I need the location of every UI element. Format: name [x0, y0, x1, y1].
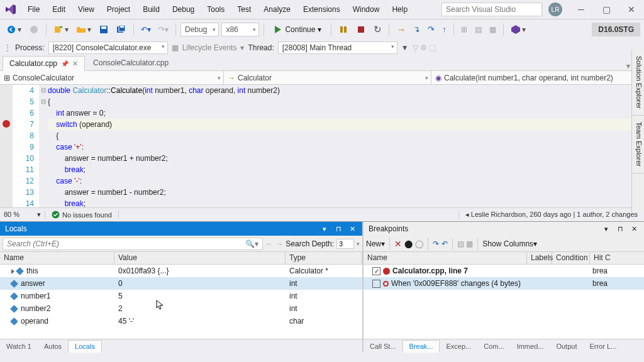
locals-title[interactable]: Locals ▾ ⊓ ✕	[0, 222, 362, 236]
pin-icon[interactable]: ⊓	[333, 225, 343, 233]
menu-debug[interactable]: Debug	[166, 1, 201, 18]
dropdown-icon[interactable]: ▾	[319, 225, 330, 233]
toolbar-btn-c[interactable]: ▦	[487, 24, 499, 35]
save-icon[interactable]	[96, 23, 111, 36]
menu-window[interactable]: Window	[347, 1, 386, 18]
breakpoint-row[interactable]: ✓Calculator.cpp, line 7brea	[364, 265, 644, 277]
bottom-tab[interactable]: Locals	[68, 340, 102, 353]
bp-nav-b[interactable]: ↶	[441, 239, 448, 248]
step-out-icon[interactable]: ↑	[440, 23, 449, 35]
delete-bp-icon[interactable]: ✕	[394, 239, 402, 249]
save-all-icon[interactable]	[114, 23, 129, 36]
config-combo[interactable]: Debug	[180, 23, 219, 36]
toolbar-btn-a[interactable]: ⊞	[458, 24, 470, 35]
menu-test[interactable]: Test	[231, 1, 257, 18]
code-editor[interactable]: 4567891011121314 ⊟⊟ double Calculator::C…	[0, 85, 644, 207]
menu-project[interactable]: Project	[101, 1, 136, 18]
bottom-tab[interactable]: Output	[550, 341, 583, 352]
menu-file[interactable]: File	[21, 1, 46, 18]
live-share-icon[interactable]: ▾	[508, 23, 528, 36]
locals-row[interactable]: this0x010ffa93 {...}Calculator *	[0, 265, 362, 277]
menu-extensions[interactable]: Extensions	[297, 1, 347, 18]
step-into-icon[interactable]: ↴	[411, 23, 423, 35]
nav-next-icon[interactable]: →	[275, 239, 283, 248]
redo-icon[interactable]: ↷▾	[156, 24, 171, 35]
bottom-tab[interactable]: Break...	[402, 340, 440, 353]
undo-icon[interactable]: ↶▾	[138, 24, 153, 35]
nav-fwd-icon[interactable]	[26, 23, 42, 36]
break-all-icon[interactable]	[336, 23, 351, 36]
menu-edit[interactable]: Edit	[46, 1, 72, 18]
new-item-icon[interactable]: ✦▾	[51, 23, 71, 36]
lifecycle-label[interactable]: Lifecycle Events	[182, 43, 237, 52]
vs-logo-icon	[0, 3, 21, 16]
new-breakpoint[interactable]: New▾	[366, 239, 385, 248]
depth-input[interactable]	[336, 239, 354, 249]
thread-combo[interactable]: [28008] Main Thread	[278, 41, 397, 54]
minimize-button[interactable]: ─	[569, 0, 594, 19]
locals-row[interactable]: number15int	[0, 290, 362, 302]
codelens[interactable]: ◂ Leslie Richardson, 260 days ago | 1 au…	[458, 211, 644, 219]
locals-header[interactable]: Name Value Type	[0, 252, 362, 265]
bottom-tab[interactable]: Call St...	[364, 341, 402, 352]
pin-icon[interactable]: 📌	[61, 60, 69, 67]
menu-build[interactable]: Build	[136, 1, 166, 18]
breakpoint-row[interactable]: When '0x009EF888' changes (4 bytes)brea	[364, 277, 644, 290]
locals-row[interactable]: number22int	[0, 302, 362, 315]
menu-help[interactable]: Help	[386, 1, 414, 18]
open-icon[interactable]: ▾	[74, 23, 94, 36]
step-over-icon[interactable]: ↷	[425, 23, 437, 35]
filter-icon[interactable]: ▼	[401, 43, 409, 52]
breakpoint-dot[interactable]	[3, 120, 10, 128]
bp-icon-a[interactable]: ⬤	[404, 239, 413, 248]
bottom-tab[interactable]: Immed...	[511, 341, 550, 352]
locals-pane: Locals ▾ ⊓ ✕ Search (Ctrl+E)🔍▾ ← → Searc…	[0, 222, 364, 352]
close-pane-icon[interactable]: ✕	[347, 225, 357, 233]
toolbar-btn-b[interactable]: ▤	[472, 24, 484, 35]
menu-analyze[interactable]: Analyze	[257, 1, 297, 18]
nav-prev-icon[interactable]: ←	[265, 239, 273, 248]
continue-button[interactable]: Continue▾	[269, 24, 326, 35]
stop-icon[interactable]	[353, 23, 369, 36]
bottom-tab[interactable]: Error L...	[583, 341, 623, 352]
bottom-tab[interactable]: Com...	[477, 341, 510, 352]
close-button[interactable]: ✕	[619, 0, 644, 19]
show-next-icon[interactable]: →	[394, 23, 408, 36]
search-input[interactable]: Search Visual Studio	[441, 3, 542, 16]
nav-back-icon[interactable]: ▾	[4, 23, 24, 36]
breakpoints-title[interactable]: Breakpoints ▾⊓✕	[364, 222, 644, 236]
bottom-tab[interactable]: Excep...	[440, 341, 477, 352]
bottom-tab[interactable]: Autos	[38, 341, 68, 352]
zoom-combo[interactable]: 80 %▾	[0, 211, 45, 219]
bp-nav-a[interactable]: ↷	[433, 239, 439, 248]
side-tab[interactable]: Team Explorer	[632, 116, 644, 173]
side-tab[interactable]: Solution Explorer	[632, 50, 644, 116]
locals-row[interactable]: operand45 '-'char	[0, 315, 362, 327]
locals-row[interactable]: answer0int	[0, 277, 362, 290]
avatar[interactable]: LR	[548, 3, 562, 16]
svg-rect-8	[120, 26, 124, 28]
platform-combo[interactable]: x86	[221, 23, 259, 36]
svg-rect-11	[358, 26, 364, 33]
show-columns[interactable]: Show Columns▾	[482, 239, 537, 248]
maximize-button[interactable]: ▢	[594, 0, 619, 19]
menu-tools[interactable]: Tools	[201, 1, 231, 18]
svg-rect-5	[101, 26, 106, 29]
nav-class[interactable]: →Calculator	[224, 71, 431, 84]
nav-function[interactable]: ◉Calculate(int number1, char operand, in…	[431, 71, 644, 84]
close-tab-icon[interactable]: ✕	[72, 60, 78, 68]
tab-calculator[interactable]: Calculator.cpp 📌 ✕	[3, 56, 85, 71]
menu-view[interactable]: View	[72, 1, 101, 18]
process-combo[interactable]: [8220] ConsoleCalculator.exe	[48, 41, 168, 54]
breakpoints-pane: Breakpoints ▾⊓✕ New▾ ✕ ⬤ ◯ ↷ ↶ ▤ ▦ Show …	[364, 222, 644, 352]
bottom-tab[interactable]: Watch 1	[0, 341, 38, 352]
continue-label: Continue	[285, 25, 315, 34]
nav-scope[interactable]: ⊞ConsoleCalculator	[0, 71, 224, 84]
svg-rect-9	[340, 26, 343, 33]
locals-search[interactable]: Search (Ctrl+E)🔍▾	[3, 238, 263, 250]
issues-status[interactable]: No issues found	[45, 211, 119, 219]
bp-header[interactable]: Name Labels Condition Hit C	[364, 252, 644, 265]
restart-icon[interactable]: ↻	[371, 23, 384, 36]
tab-consolecalc[interactable]: ConsoleCalculator.cpp	[86, 55, 175, 70]
bp-icon-b[interactable]: ◯	[415, 239, 423, 248]
